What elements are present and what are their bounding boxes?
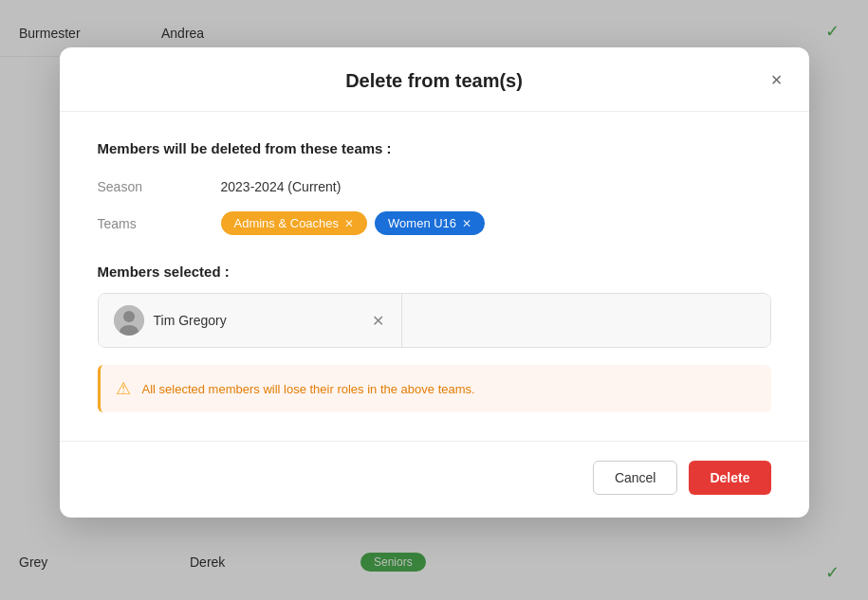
members-list: Tim Gregory ✕ [98,293,771,348]
teams-label: Teams [98,216,221,231]
delete-description: Members will be deleted from these teams… [98,140,771,156]
cancel-button[interactable]: Cancel [593,461,678,495]
members-heading: Members selected : [98,264,771,280]
member-remove-button[interactable]: ✕ [370,310,386,332]
warning-text: All selected members will lose their rol… [142,382,475,396]
delete-button[interactable]: Delete [689,461,770,495]
modal-footer: Cancel Delete [60,441,809,518]
tag-admins-coaches-label: Admins & Coaches [234,216,340,230]
svg-point-1 [123,311,135,322]
warning-icon: ⚠ [116,378,131,399]
teams-row: Teams Admins & Coaches ✕ Women U16 ✕ [98,211,771,235]
modal-header: Delete from team(s) × [60,47,809,112]
member-item-tim: Tim Gregory ✕ [99,294,402,347]
member-avatar-tim [114,305,144,336]
member-list-empty-area [402,294,770,347]
modal-close-button[interactable]: × [767,66,786,93]
season-row: Season 2023-2024 (Current) [98,179,771,194]
member-name-tim: Tim Gregory [154,313,360,328]
remove-women-u16-icon[interactable]: ✕ [462,217,471,230]
warning-box: ⚠ All selected members will lose their r… [98,365,771,412]
modal-title: Delete from team(s) [345,70,523,92]
members-section: Members selected : Tim Gregory ✕ [98,264,771,412]
teams-tags: Admins & Coaches ✕ Women U16 ✕ [221,211,486,235]
modal-body: Members will be deleted from these teams… [60,112,809,441]
tag-women-u16[interactable]: Women U16 ✕ [375,211,485,235]
tag-admins-coaches[interactable]: Admins & Coaches ✕ [221,211,368,235]
season-label: Season [98,179,221,194]
season-value: 2023-2024 (Current) [221,179,342,194]
tag-women-u16-label: Women U16 [388,216,456,230]
delete-modal: Delete from team(s) × Members will be de… [60,47,809,518]
remove-admins-coaches-icon[interactable]: ✕ [344,217,354,230]
